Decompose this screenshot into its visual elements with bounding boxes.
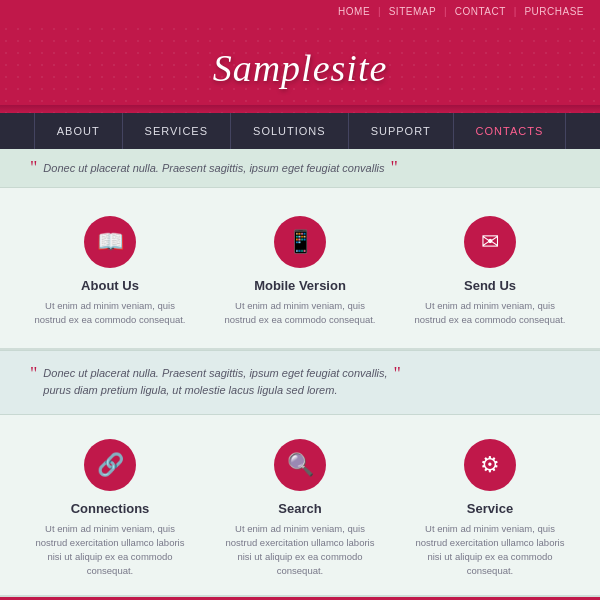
connections-text: Ut enim ad minim veniam, quis nostrud ex… bbox=[30, 522, 190, 579]
nav-support[interactable]: SUPPORT bbox=[349, 113, 454, 149]
card-about: 📖 About Us Ut enim ad minim veniam, quis… bbox=[30, 216, 190, 328]
send-text: Ut enim ad minim veniam, quis nostrud ex… bbox=[410, 299, 570, 328]
main-nav: ABOUT SERVICES SOLUTIONS SUPPORT CONTACT… bbox=[0, 113, 600, 149]
about-text: Ut enim ad minim veniam, quis nostrud ex… bbox=[30, 299, 190, 328]
quote-1-text: Donec ut placerat nulla. Praesent sagitt… bbox=[43, 162, 384, 174]
card-connections: 🔗 Connections Ut enim ad minim veniam, q… bbox=[30, 439, 190, 579]
quote-2-text: Donec ut placerat nulla. Praesent sagitt… bbox=[43, 365, 387, 400]
search-title: Search bbox=[278, 501, 321, 516]
open-quote-icon: " bbox=[30, 159, 37, 177]
search-text: Ut enim ad minim veniam, quis nostrud ex… bbox=[220, 522, 380, 579]
sep1: | bbox=[378, 6, 381, 17]
quote-strip-1: " Donec ut placerat nulla. Praesent sagi… bbox=[0, 149, 600, 188]
section-panel-1: 📖 About Us Ut enim ad minim veniam, quis… bbox=[0, 188, 600, 350]
close-quote-icon: " bbox=[391, 159, 398, 177]
sep3: | bbox=[514, 6, 517, 17]
mobile-icon: 📱 bbox=[274, 216, 326, 268]
about-icon: 📖 bbox=[84, 216, 136, 268]
open-quote-2-icon: " bbox=[30, 365, 37, 383]
topbar-purchase[interactable]: PURCHASE bbox=[524, 6, 584, 17]
connections-title: Connections bbox=[71, 501, 150, 516]
about-title: About Us bbox=[81, 278, 139, 293]
topbar-sitemap[interactable]: SITEMAP bbox=[389, 6, 436, 17]
nav-about[interactable]: ABOUT bbox=[34, 113, 123, 149]
connections-icon: 🔗 bbox=[84, 439, 136, 491]
quote-block-2: " Donec ut placerat nulla. Praesent sagi… bbox=[0, 350, 600, 415]
nav-contacts[interactable]: CONTACTS bbox=[454, 113, 567, 149]
mobile-text: Ut enim ad minim veniam, quis nostrud ex… bbox=[220, 299, 380, 328]
card-mobile: 📱 Mobile Version Ut enim ad minim veniam… bbox=[220, 216, 380, 328]
site-title: Samplesite bbox=[213, 46, 388, 90]
section-panel-2: 🔗 Connections Ut enim ad minim veniam, q… bbox=[0, 415, 600, 597]
top-bar: HOME | SITEMAP | CONTACT | PURCHASE bbox=[0, 0, 600, 23]
cards-row-2: 🔗 Connections Ut enim ad minim veniam, q… bbox=[20, 439, 580, 579]
send-title: Send Us bbox=[464, 278, 516, 293]
search-icon: 🔍 bbox=[274, 439, 326, 491]
card-service: ⚙ Service Ut enim ad minim veniam, quis … bbox=[410, 439, 570, 579]
send-icon: ✉ bbox=[464, 216, 516, 268]
topbar-contact[interactable]: CONTACT bbox=[455, 6, 506, 17]
card-search: 🔍 Search Ut enim ad minim veniam, quis n… bbox=[220, 439, 380, 579]
hero-section: Samplesite bbox=[0, 23, 600, 113]
nav-solutions[interactable]: SOLUTIONS bbox=[231, 113, 349, 149]
sep2: | bbox=[444, 6, 447, 17]
card-send: ✉ Send Us Ut enim ad minim veniam, quis … bbox=[410, 216, 570, 328]
close-quote-2-icon: " bbox=[394, 365, 401, 383]
topbar-home[interactable]: HOME bbox=[338, 6, 370, 17]
service-title: Service bbox=[467, 501, 513, 516]
service-icon: ⚙ bbox=[464, 439, 516, 491]
nav-services[interactable]: SERVICES bbox=[123, 113, 231, 149]
mobile-title: Mobile Version bbox=[254, 278, 346, 293]
cards-row-1: 📖 About Us Ut enim ad minim veniam, quis… bbox=[20, 216, 580, 328]
service-text: Ut enim ad minim veniam, quis nostrud ex… bbox=[410, 522, 570, 579]
